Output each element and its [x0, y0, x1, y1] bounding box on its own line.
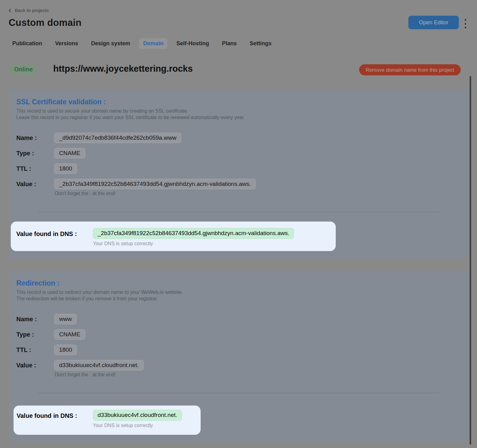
redirect-section-title: Redirection : — [16, 279, 60, 287]
ssl-dns-check-panel: Value found in DNS : _2b37cfa349f81922c5… — [11, 222, 336, 251]
ssl-name-row: Name : _d9d92074c7edb836f44cdfe262cb059a… — [16, 133, 181, 143]
custom-domain-page: Back to projects Custom domain Open Edit… — [0, 0, 477, 448]
back-to-projects-link[interactable]: Back to projects — [9, 8, 49, 13]
tab-domain[interactable]: Domain — [139, 38, 167, 49]
ssl-value-label: Value : — [16, 181, 54, 188]
ssl-name-value: _d9d92074c7edb836f44cdfe262cb059a.www — [54, 133, 181, 143]
redirect-dns-found-label: Value found in DNS : — [17, 412, 77, 419]
ssl-dns-found-label: Value found in DNS : — [16, 230, 77, 238]
kebab-menu-icon[interactable] — [463, 19, 468, 28]
ssl-value-hint: Don't forget the . at the end! — [55, 191, 116, 196]
ssl-description-line2: Leave this record in you registrar if yo… — [16, 115, 245, 120]
ssl-value-row: Value : _2b37cfa349f81922c52b84637493dd5… — [16, 179, 256, 189]
redirect-dns-found-value: d33bukiuuec4vf.cloudfront.net. — [93, 410, 182, 421]
tab-versions[interactable]: Versions — [55, 38, 78, 49]
redirect-ttl-value: 1800 — [54, 345, 77, 355]
redirect-value-row: Value : d33bukiuuec4vf.cloudfront.net. — [16, 360, 144, 370]
tab-publication[interactable]: Publication — [12, 38, 42, 49]
chevron-left-icon — [9, 9, 13, 13]
ssl-divider — [38, 212, 439, 212]
ssl-value-value: _2b37cfa349f81922c52b84637493dd54.gjwnbh… — [54, 179, 256, 189]
back-to-projects-label: Back to projects — [15, 8, 49, 13]
tab-design-system[interactable]: Design system — [91, 38, 130, 49]
ssl-ttl-row: TTL : 1800 — [16, 163, 77, 174]
ssl-ttl-label: TTL : — [16, 165, 54, 172]
tab-settings[interactable]: Settings — [250, 38, 271, 49]
vertical-scrollbar[interactable] — [470, 76, 471, 445]
redirect-ttl-row: TTL : 1800 — [16, 345, 77, 355]
redirect-name-label: Name : — [16, 316, 54, 323]
ssl-type-row: Type : CNAME — [16, 148, 85, 158]
open-editor-button[interactable]: Open Editor — [408, 16, 459, 29]
ssl-section-title: SSL Certificate validation : — [16, 98, 106, 106]
ssl-type-label: Type : — [16, 150, 54, 157]
redirect-dns-check-panel: Value found in DNS : d33bukiuuec4vf.clou… — [14, 406, 201, 435]
redirect-name-row: Name : www — [16, 314, 77, 324]
redirect-value-hint: Don't forget the . at the end! — [55, 372, 116, 378]
tab-self-hosting[interactable]: Self-Hosting — [176, 38, 209, 49]
remove-domain-button[interactable]: Remove domain name from this project — [359, 64, 461, 75]
redirect-dns-status-text: Your DNS is setup correctly — [93, 423, 153, 428]
domain-url: https://www.joycekettering.rocks — [53, 64, 193, 74]
redirect-description-line2: The redirection will be broken if you re… — [16, 296, 158, 302]
ssl-description-line1: This record is used to secure your domai… — [16, 108, 188, 114]
redirect-ttl-label: TTL : — [16, 346, 54, 354]
status-badge-online: Online — [9, 63, 38, 76]
redirect-type-row: Type : CNAME — [16, 329, 85, 340]
redirect-type-label: Type : — [16, 331, 54, 338]
redirect-type-value: CNAME — [54, 329, 85, 340]
redirect-description-line1: This record is used to redirect your dom… — [16, 290, 183, 295]
ssl-dns-status-text: Your DNS is setup correctly — [93, 241, 153, 246]
redirect-value-value: d33bukiuuec4vf.cloudfront.net. — [54, 360, 144, 370]
redirect-name-value: www — [54, 314, 77, 324]
ssl-type-value: CNAME — [54, 148, 85, 158]
tab-bar: Publication Versions Design system Domai… — [12, 38, 271, 49]
ssl-name-label: Name : — [16, 134, 54, 142]
ssl-ttl-value: 1800 — [54, 163, 77, 174]
ssl-dns-found-value: _2b37cfa349f81922c52b84637493dd54.gjwnbh… — [93, 228, 294, 239]
page-title: Custom domain — [9, 17, 82, 28]
tab-plans[interactable]: Plans — [222, 38, 237, 49]
redirect-divider — [38, 393, 439, 393]
redirect-value-label: Value : — [16, 362, 54, 369]
